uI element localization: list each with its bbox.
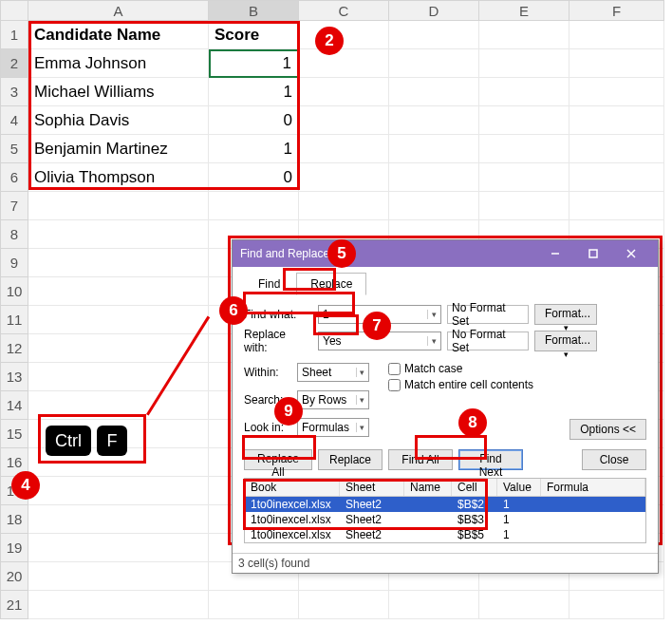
- row-header-2[interactable]: 2: [0, 49, 28, 78]
- cell-A1[interactable]: Candidate Name: [28, 21, 209, 49]
- find-all-button[interactable]: Find All: [388, 449, 453, 470]
- cell-D1[interactable]: [389, 21, 479, 49]
- cell-A9[interactable]: [28, 249, 209, 277]
- col-value[interactable]: Value: [497, 479, 541, 496]
- row-header-5[interactable]: 5: [0, 135, 28, 163]
- row-header-6[interactable]: 6: [0, 163, 28, 192]
- cell-C3[interactable]: [299, 78, 389, 106]
- cell-F6[interactable]: [569, 163, 664, 192]
- results-row[interactable]: 1to0inexcel.xlsxSheet2$B$51: [245, 527, 645, 542]
- row-header-21[interactable]: 21: [0, 591, 28, 619]
- col-name[interactable]: Name: [404, 479, 452, 496]
- cell-E6[interactable]: [479, 163, 569, 192]
- search-select[interactable]: ▾: [297, 390, 369, 409]
- cell-A13[interactable]: [28, 363, 209, 391]
- close-button[interactable]: [612, 240, 650, 267]
- cell-E2[interactable]: [479, 49, 569, 78]
- cell-D5[interactable]: [389, 135, 479, 163]
- tab-find[interactable]: Find: [244, 273, 294, 295]
- match-entire-checkbox[interactable]: Match entire cell contents: [388, 378, 533, 391]
- cell-C2[interactable]: [299, 49, 389, 78]
- cell-E5[interactable]: [479, 135, 569, 163]
- chevron-down-icon[interactable]: ▾: [427, 336, 440, 346]
- cell-E1[interactable]: [479, 21, 569, 49]
- col-header-E[interactable]: E: [479, 0, 569, 21]
- row-header-12[interactable]: 12: [0, 334, 28, 363]
- cell-B2[interactable]: 1: [209, 49, 299, 78]
- chevron-down-icon[interactable]: ▾: [356, 395, 368, 405]
- cell-B3[interactable]: 1: [209, 78, 299, 106]
- row-header-19[interactable]: 19: [0, 534, 28, 562]
- cell-A17[interactable]: [28, 477, 209, 505]
- cell-F7[interactable]: [569, 192, 664, 220]
- cell-A11[interactable]: [28, 306, 209, 334]
- cell-B21[interactable]: [209, 591, 299, 619]
- row-header-10[interactable]: 10: [0, 277, 28, 306]
- cell-A10[interactable]: [28, 277, 209, 306]
- cell-A8[interactable]: [28, 220, 209, 249]
- cell-A19[interactable]: [28, 534, 209, 562]
- results-list[interactable]: 1to0inexcel.xlsxSheet2$B$211to0inexcel.x…: [245, 497, 645, 542]
- cell-C4[interactable]: [299, 106, 389, 135]
- cell-D6[interactable]: [389, 163, 479, 192]
- row-header-9[interactable]: 9: [0, 249, 28, 277]
- cell-A21[interactable]: [28, 591, 209, 619]
- cell-F1[interactable]: [569, 21, 664, 49]
- cell-A20[interactable]: [28, 562, 209, 591]
- cell-B1[interactable]: Score: [209, 21, 299, 49]
- dialog-titlebar[interactable]: Find and Replace: [233, 240, 658, 267]
- find-next-button[interactable]: Find Next: [458, 449, 523, 470]
- select-all-corner[interactable]: [0, 0, 28, 21]
- cell-F5[interactable]: [569, 135, 664, 163]
- row-header-18[interactable]: 18: [0, 505, 28, 534]
- cell-A14[interactable]: [28, 391, 209, 420]
- cell-C6[interactable]: [299, 163, 389, 192]
- row-header-20[interactable]: 20: [0, 562, 28, 591]
- within-select[interactable]: ▾: [297, 363, 369, 382]
- results-row[interactable]: 1to0inexcel.xlsxSheet2$B$31: [245, 512, 645, 527]
- cell-E7[interactable]: [479, 192, 569, 220]
- cell-D2[interactable]: [389, 49, 479, 78]
- row-header-13[interactable]: 13: [0, 363, 28, 391]
- chevron-down-icon[interactable]: ▾: [356, 423, 368, 432]
- cell-D21[interactable]: [389, 591, 479, 619]
- row-header-11[interactable]: 11: [0, 306, 28, 334]
- cell-A12[interactable]: [28, 334, 209, 363]
- cell-D7[interactable]: [389, 192, 479, 220]
- row-header-14[interactable]: 14: [0, 391, 28, 420]
- col-sheet[interactable]: Sheet: [340, 479, 404, 496]
- row-header-15[interactable]: 15: [0, 420, 28, 448]
- tab-replace[interactable]: Replace: [296, 273, 366, 295]
- col-header-F[interactable]: F: [569, 0, 664, 21]
- replace-button[interactable]: Replace: [318, 449, 383, 470]
- cell-F21[interactable]: [569, 591, 664, 619]
- cell-F4[interactable]: [569, 106, 664, 135]
- row-header-8[interactable]: 8: [0, 220, 28, 249]
- row-header-1[interactable]: 1: [0, 21, 28, 49]
- match-case-checkbox[interactable]: Match case: [388, 362, 533, 375]
- options-toggle-button[interactable]: Options <<: [569, 419, 646, 440]
- cell-C5[interactable]: [299, 135, 389, 163]
- cell-B6[interactable]: 0: [209, 163, 299, 192]
- cell-A3[interactable]: Michael Williams: [28, 78, 209, 106]
- cell-A2[interactable]: Emma Johnson: [28, 49, 209, 78]
- col-header-C[interactable]: C: [299, 0, 389, 21]
- col-header-A[interactable]: A: [28, 0, 209, 21]
- results-row[interactable]: 1to0inexcel.xlsxSheet2$B$21: [245, 497, 645, 512]
- cell-A7[interactable]: [28, 192, 209, 220]
- cell-E3[interactable]: [479, 78, 569, 106]
- cell-B5[interactable]: 1: [209, 135, 299, 163]
- col-cell[interactable]: Cell: [452, 479, 497, 496]
- cell-D3[interactable]: [389, 78, 479, 106]
- chevron-down-icon[interactable]: ▾: [356, 368, 368, 377]
- cell-C7[interactable]: [299, 192, 389, 220]
- cell-B4[interactable]: 0: [209, 106, 299, 135]
- cell-F2[interactable]: [569, 49, 664, 78]
- cell-A4[interactable]: Sophia Davis: [28, 106, 209, 135]
- row-header-7[interactable]: 7: [0, 192, 28, 220]
- replace-all-button[interactable]: Replace All: [244, 449, 312, 470]
- replace-format-button[interactable]: Format... ▾: [534, 331, 597, 351]
- cell-D4[interactable]: [389, 106, 479, 135]
- cell-A6[interactable]: Olivia Thompson: [28, 163, 209, 192]
- col-formula[interactable]: Formula: [541, 479, 645, 496]
